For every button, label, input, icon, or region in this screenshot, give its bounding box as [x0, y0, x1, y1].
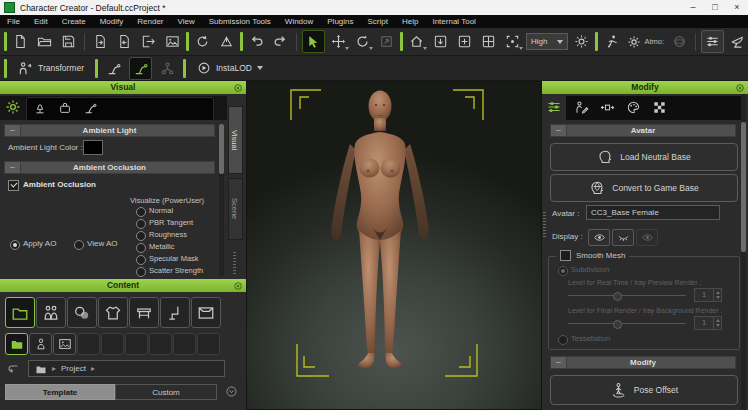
breadcrumb-root[interactable]: Project: [61, 364, 86, 373]
avatar-name-input[interactable]: CC3_Base Female: [586, 205, 720, 220]
menu-item-script[interactable]: Script: [361, 15, 395, 28]
apply-ao-radio[interactable]: [10, 240, 20, 250]
export-button[interactable]: [138, 31, 159, 52]
maximize-button[interactable]: □: [704, 0, 726, 15]
modify-tab-attribute[interactable]: [546, 99, 562, 115]
expand-tabs-icon[interactable]: [225, 385, 238, 398]
content-panel-close-icon[interactable]: [233, 281, 243, 291]
move-tool-button[interactable]: [328, 31, 349, 52]
send-to-iclone-button[interactable]: [216, 31, 237, 52]
display-eyelash-button[interactable]: [612, 229, 634, 246]
content-category-actor[interactable]: [36, 297, 66, 328]
ambient-light-section-bar[interactable]: – Ambient Light: [4, 124, 215, 137]
menu-item-window[interactable]: Window: [278, 15, 320, 28]
visualize-pbr-tangent-radio[interactable]: [136, 219, 146, 229]
convert-to-game-base-button[interactable]: Convert to Game Base: [550, 174, 738, 202]
render-button[interactable]: [727, 31, 748, 52]
frame-selected-button[interactable]: [430, 31, 451, 52]
viewport-3d[interactable]: [246, 81, 542, 410]
panel-grip[interactable]: [233, 252, 236, 276]
atmosphere-button[interactable]: Atmo:: [625, 31, 666, 52]
quality-dropdown[interactable]: High: [526, 33, 568, 50]
frame-all-button[interactable]: [454, 31, 475, 52]
select-tool-button[interactable]: [302, 30, 325, 53]
modify-section-bar[interactable]: – Modify: [550, 356, 736, 369]
visual-tab-camera[interactable]: [83, 101, 97, 115]
camera-view-button[interactable]: [502, 31, 523, 52]
modify-tab-edit-character[interactable]: [574, 100, 589, 115]
collapse-icon[interactable]: –: [5, 162, 21, 173]
display-eye-button[interactable]: [588, 229, 610, 246]
tab-custom[interactable]: Custom: [115, 384, 217, 400]
menu-item-submission-tools[interactable]: Submission Tools: [202, 15, 278, 28]
media-export-button[interactable]: [162, 31, 183, 52]
sync-button[interactable]: [192, 31, 213, 52]
undo-button[interactable]: [246, 31, 267, 52]
side-tab-scene[interactable]: Scene: [228, 178, 243, 240]
save-project-button[interactable]: [58, 31, 79, 52]
panel-grip[interactable]: [543, 212, 546, 238]
modify-tab-material[interactable]: [626, 100, 641, 115]
side-tab-visual[interactable]: Visual: [228, 106, 243, 174]
pose-mode-a-button[interactable]: [103, 58, 124, 79]
menu-item-view[interactable]: View: [171, 15, 202, 28]
minimize-button[interactable]: –: [682, 0, 704, 15]
visualize-roughness-radio[interactable]: [136, 231, 146, 241]
transformer-button[interactable]: Transformer: [12, 58, 90, 79]
menu-item-file[interactable]: File: [0, 15, 27, 28]
content-category-material[interactable]: [67, 297, 97, 328]
visualize-scatter-strength-radio[interactable]: [136, 267, 146, 277]
modify-panel-close-icon[interactable]: [735, 83, 745, 93]
visualize-metallic-radio[interactable]: [136, 243, 146, 253]
visual-tab-settings[interactable]: [5, 99, 21, 115]
view-layout-button[interactable]: [478, 31, 499, 52]
collapse-icon[interactable]: –: [551, 357, 567, 368]
avatar-section-bar[interactable]: – Avatar: [550, 124, 736, 137]
rotate-tool-button[interactable]: [352, 31, 373, 52]
dropdown-caret[interactable]: [423, 47, 427, 50]
motion-preview-button[interactable]: [601, 31, 622, 52]
pose-mode-b-button[interactable]: [129, 57, 152, 80]
menu-item-modify[interactable]: Modify: [93, 15, 131, 28]
content-category-project[interactable]: [5, 297, 35, 328]
menu-item-render[interactable]: Render: [130, 15, 170, 28]
menu-item-internal-tool[interactable]: Internal Tool: [425, 15, 482, 28]
close-button[interactable]: ×: [726, 0, 748, 15]
modify-tab-texture[interactable]: [652, 100, 667, 115]
render-settings-button[interactable]: [701, 30, 724, 53]
lighting-button[interactable]: [571, 31, 592, 52]
menu-item-edit[interactable]: Edit: [27, 15, 55, 28]
content-category-cloth[interactable]: [98, 297, 128, 328]
menu-item-help[interactable]: Help: [395, 15, 425, 28]
redo-button[interactable]: [270, 31, 291, 52]
view-ao-radio[interactable]: [74, 240, 84, 250]
content-category-accessory[interactable]: [129, 297, 159, 328]
load-neutral-base-button[interactable]: Load Neutral Base: [550, 143, 738, 171]
content-category-stage[interactable]: [191, 297, 221, 328]
dropdown-caret[interactable]: [345, 47, 349, 50]
visual-tab-lights[interactable]: [33, 101, 47, 115]
visualize-specular-mask-radio[interactable]: [136, 255, 146, 265]
visual-scrollbar-thumb[interactable]: [219, 124, 224, 174]
smooth-mesh-checkbox[interactable]: [560, 250, 571, 261]
content-category-prop[interactable]: [160, 297, 190, 328]
collapse-icon[interactable]: –: [551, 125, 567, 136]
back-icon[interactable]: [6, 362, 20, 376]
pose-offset-button[interactable]: Pose Offset: [550, 375, 738, 405]
content-sub-folder[interactable]: [5, 333, 28, 355]
menu-item-plugins[interactable]: Plugins: [320, 15, 360, 28]
import-asset-button[interactable]: [114, 31, 135, 52]
new-project-button[interactable]: [10, 31, 31, 52]
ambient-occlusion-section-bar[interactable]: – Ambient Occlusion: [4, 161, 215, 174]
collapse-icon[interactable]: –: [5, 125, 21, 136]
tab-template[interactable]: Template: [5, 384, 115, 400]
open-project-button[interactable]: [34, 31, 55, 52]
home-camera-button[interactable]: [406, 31, 427, 52]
visual-tab-props[interactable]: [58, 101, 72, 115]
menu-item-create[interactable]: Create: [55, 15, 93, 28]
instalod-button[interactable]: InstaLOD: [191, 58, 269, 79]
content-sub-image[interactable]: [53, 333, 76, 355]
breadcrumb[interactable]: ▸ Project ▸: [28, 360, 225, 377]
ambient-occlusion-checkbox[interactable]: [8, 180, 19, 191]
modify-tab-morph[interactable]: [600, 100, 615, 115]
